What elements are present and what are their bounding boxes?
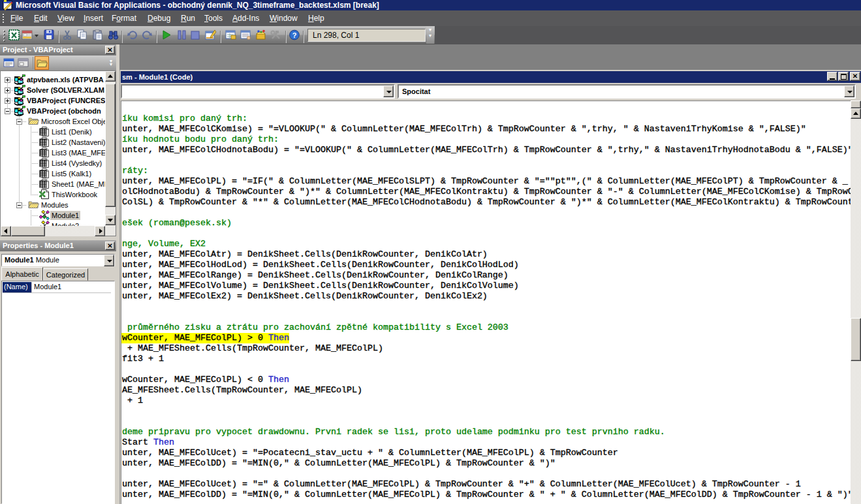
- svg-text:?: ?: [292, 31, 297, 39]
